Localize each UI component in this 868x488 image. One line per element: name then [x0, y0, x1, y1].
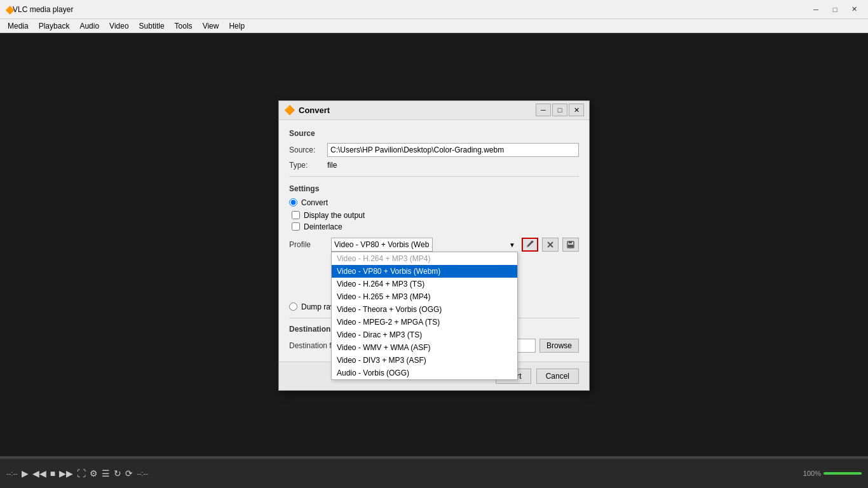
volume-fill: [824, 472, 862, 475]
browse-button[interactable]: Browse: [539, 339, 579, 353]
delete-icon: [547, 241, 553, 248]
type-row: Type: file: [289, 161, 579, 170]
delete-profile-button[interactable]: [542, 238, 559, 252]
maximize-button[interactable]: □: [826, 3, 844, 16]
dropdown-item-7[interactable]: Video - WMV + WMA (ASF): [332, 341, 517, 354]
playback-controls: --:-- ▶ ◀◀ ■ ▶▶ ⛶ ⚙ ☰ ↻ ⟳ --:-- 100%: [0, 459, 868, 488]
svg-rect-4: [568, 245, 573, 247]
type-value: file: [327, 161, 337, 170]
menu-help[interactable]: Help: [224, 20, 250, 32]
profile-select-wrapper: ▼ Video - H.264 + MP3 (MP4) Video - VP80…: [331, 238, 518, 252]
profile-row: Profile ▼ Video - H.264 + MP3 (MP4) Vide…: [289, 238, 579, 252]
app-title: VLC media player: [13, 5, 807, 14]
menu-playback[interactable]: Playback: [34, 20, 75, 32]
dump-raw-radio[interactable]: [289, 302, 297, 311]
settings-section: Settings Convert Display the output: [289, 184, 579, 311]
convert-radio[interactable]: [289, 198, 297, 207]
svg-rect-3: [569, 241, 572, 243]
close-button[interactable]: ✕: [845, 3, 863, 16]
menu-video[interactable]: Video: [104, 20, 133, 32]
minimize-button[interactable]: ─: [807, 3, 825, 16]
dropdown-item-8[interactable]: Video - DIV3 + MP3 (ASF): [332, 354, 517, 367]
app-icon: 🔶: [5, 6, 13, 13]
dropdown-item-6[interactable]: Video - Dirac + MP3 (TS): [332, 329, 517, 341]
dropdown-item-9[interactable]: Audio - Vorbis (OGG): [332, 367, 517, 379]
dialog-content: Source Source: Type: file Settings C: [279, 120, 589, 362]
select-arrow-icon: ▼: [509, 241, 515, 248]
dialog-close-button[interactable]: ✕: [569, 104, 584, 116]
dialog-overlay: 🔶 Convert ─ □ ✕ Source Source: Type:: [0, 66, 868, 424]
convert-radio-row: Convert: [289, 198, 579, 207]
source-section-label: Source: [289, 129, 579, 138]
dropdown-item-4[interactable]: Video - Theora + Vorbis (OGG): [332, 303, 517, 316]
shuffle-button[interactable]: ⟳: [125, 468, 133, 478]
extended-settings-button[interactable]: ⚙: [90, 468, 98, 478]
play-button[interactable]: ▶: [22, 468, 29, 478]
settings-label: Settings: [289, 184, 579, 193]
fullscreen-button[interactable]: ⛶: [77, 468, 86, 478]
cancel-button[interactable]: Cancel: [536, 369, 579, 384]
menu-audio[interactable]: Audio: [74, 20, 104, 32]
dropdown-item-0[interactable]: Video - H.264 + MP3 (MP4): [332, 252, 517, 265]
display-output-row: Display the output: [292, 211, 579, 220]
profile-dropdown[interactable]: Video - H.264 + MP3 (MP4) Video - VP80 +…: [331, 252, 518, 380]
source-input[interactable]: [327, 143, 579, 157]
dialog-maximize-button[interactable]: □: [552, 104, 567, 116]
dialog-titlebar: 🔶 Convert ─ □ ✕: [279, 101, 589, 120]
profile-label: Profile: [289, 240, 327, 249]
next-button[interactable]: ▶▶: [59, 468, 73, 478]
profile-select-input[interactable]: [331, 238, 433, 252]
playlist-button[interactable]: ☰: [102, 468, 110, 478]
loop-button[interactable]: ↻: [114, 468, 121, 478]
save-profile-button[interactable]: [562, 238, 579, 252]
time-left: --:--: [6, 470, 18, 477]
progress-bar[interactable]: [0, 456, 868, 459]
source-label: Source:: [289, 146, 327, 154]
menu-media[interactable]: Media: [3, 20, 34, 32]
convert-dialog: 🔶 Convert ─ □ ✕ Source Source: Type:: [278, 100, 590, 391]
time-right: --:--: [137, 470, 148, 477]
dialog-title: Convert: [299, 105, 536, 115]
stop-button[interactable]: ■: [50, 468, 55, 478]
titlebar: 🔶 VLC media player ─ □ ✕: [0, 0, 868, 19]
window-controls: ─ □ ✕: [807, 3, 863, 16]
type-label: Type:: [289, 161, 327, 170]
menu-subtitle[interactable]: Subtitle: [134, 20, 170, 32]
volume-label: 100%: [803, 470, 821, 477]
dropdown-item-3[interactable]: Video - H.265 + MP3 (MP4): [332, 290, 517, 303]
main-area: 🔶 Convert ─ □ ✕ Source Source: Type:: [0, 33, 868, 456]
display-output-checkbox[interactable]: [292, 211, 300, 219]
dropdown-item-2[interactable]: Video - H.264 + MP3 (TS): [332, 278, 517, 290]
dialog-window-controls: ─ □ ✕: [536, 104, 584, 116]
deinterlace-row: Deinterlace: [292, 222, 579, 231]
deinterlace-label: Deinterlace: [304, 222, 342, 231]
edit-profile-button[interactable]: [522, 238, 538, 252]
deinterlace-checkbox[interactable]: [292, 222, 300, 231]
dropdown-item-1[interactable]: Video - VP80 + Vorbis (Webm): [332, 265, 517, 278]
separator-1: [289, 176, 579, 177]
dialog-minimize-button[interactable]: ─: [536, 104, 551, 116]
save-icon: [567, 241, 574, 248]
volume-area: 100%: [803, 470, 862, 477]
display-output-label: Display the output: [304, 211, 365, 220]
wrench-icon: [526, 240, 534, 249]
menu-view[interactable]: View: [198, 20, 224, 32]
source-row: Source:: [289, 143, 579, 157]
dialog-icon: 🔶: [284, 105, 295, 115]
prev-button[interactable]: ◀◀: [32, 468, 46, 478]
menu-tools[interactable]: Tools: [170, 20, 198, 32]
volume-bar[interactable]: [824, 472, 862, 475]
bottom-bar: --:-- ▶ ◀◀ ■ ▶▶ ⛶ ⚙ ☰ ↻ ⟳ --:-- 100%: [0, 456, 868, 488]
convert-radio-label: Convert: [301, 198, 328, 207]
menubar: Media Playback Audio Video Subtitle Tool…: [0, 19, 868, 33]
dropdown-item-5[interactable]: Video - MPEG-2 + MPGA (TS): [332, 316, 517, 329]
